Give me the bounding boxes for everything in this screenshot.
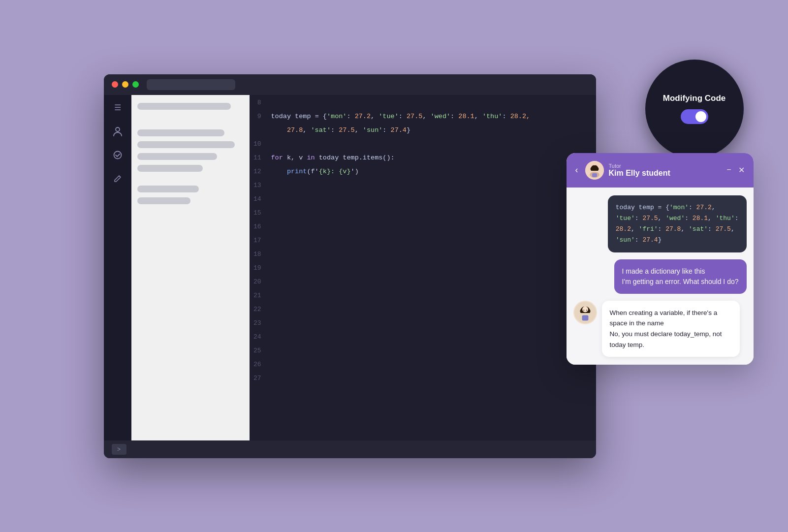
line-content: today temp = {'mon': 27.2, 'tue': 27.5, … [271,113,531,120]
tutor-avatar [573,301,597,324]
code-line-19: 19 [250,264,596,278]
maximize-window-button[interactable] [132,81,139,88]
sidebar-icon-check[interactable] [111,148,125,162]
line-number: 11 [250,154,271,161]
code-line-23: 23 [250,319,596,333]
chat-message-text: I made a dictionary like thisI'm getting… [622,267,739,285]
line-content: 27.8, 'sat': 27.5, 'sun': 27.4} [271,126,411,134]
chat-title-wrap: Tutor Kim Elly student [609,163,722,178]
chat-role: Tutor [609,163,722,169]
file-panel-bar [137,141,235,148]
chat-message-student: I made a dictionary like thisI'm getting… [614,259,747,294]
file-panel-bar [137,103,231,110]
code-line-10: 10 [250,140,596,154]
svg-rect-6 [592,173,597,177]
code-line-24: 24 [250,333,596,347]
svg-point-10 [582,307,588,313]
code-line-12: 12 print(f'{k}: {v}') [250,168,596,182]
code-line-18: 18 [250,250,596,264]
svg-point-1 [114,151,121,158]
svg-point-11 [583,310,584,311]
line-number: 10 [250,140,271,148]
editor-body: ☰ [104,95,596,440]
code-line-20: 20 [250,278,596,292]
chat-name: Kim Elly student [609,169,722,178]
code-line-26: 26 [250,361,596,375]
code-line-11: 11 for k, v in today temp.items(): [250,154,596,168]
file-panel [131,95,250,440]
modifying-code-label: Modifying Code [663,94,725,103]
chat-avatar [585,161,604,180]
line-number: 9 [250,113,271,120]
code-line-21: 21 [250,292,596,306]
chat-window: ‹ Tutor Kim Elly student − ✕ [567,153,754,365]
code-line-8: 8 [250,99,596,113]
chat-header-icons: − ✕ [726,165,744,175]
title-input [147,79,235,90]
line-number: 12 [250,168,271,175]
file-panel-bar [137,197,190,204]
modifying-code-bubble: Modifying Code [645,60,744,158]
code-line-9b: 27.8, 'sat': 27.5, 'sun': 27.4} [250,126,596,140]
chat-close-button[interactable]: ✕ [738,165,745,175]
code-line-16: 16 [250,223,596,237]
file-panel-bar [137,186,199,192]
line-content: for k, v in today temp.items(): [271,154,395,161]
code-line-9: 9 today temp = {'mon': 27.2, 'tue': 27.5… [250,113,596,126]
code-line-14: 14 [250,195,596,209]
svg-point-0 [116,127,120,131]
sidebar-icon-menu[interactable]: ☰ [111,101,125,115]
sidebar-icon-profile[interactable] [111,125,125,138]
tutor-message-text: When creating a variable, if there's a s… [610,309,722,348]
code-line-13: 13 [250,182,596,195]
chat-message-code: today temp = {'mon': 27.2, 'tue': 27.5, … [608,195,747,252]
code-editor[interactable]: 8 9 today temp = {'mon': 27.2, 'tue': 27… [250,95,596,440]
sidebar-icon-edit[interactable] [111,172,125,186]
scene: ☰ [74,45,714,488]
sidebar: ☰ [104,95,131,440]
chat-body: today temp = {'mon': 27.2, 'tue': 27.5, … [567,188,754,365]
chat-minimize-button[interactable]: − [726,165,731,175]
line-number: 8 [250,99,271,106]
title-bar [104,74,596,95]
svg-rect-9 [582,315,588,320]
file-panel-bar [137,129,224,136]
close-window-button[interactable] [112,81,118,88]
line-content: print(f'{k}: {v}') [271,168,359,175]
code-line-25: 25 [250,347,596,361]
bottom-bar: > [104,440,596,458]
terminal-button[interactable]: > [112,444,126,455]
toggle-knob [695,111,706,122]
chat-back-button[interactable]: ‹ [575,165,578,175]
chat-header: ‹ Tutor Kim Elly student − ✕ [567,153,754,188]
code-line-22: 22 [250,306,596,319]
traffic-lights [112,81,139,88]
code-line-15: 15 [250,209,596,223]
file-panel-bar [137,153,217,160]
code-line-17: 17 [250,237,596,250]
file-panel-bar [137,165,203,172]
svg-point-12 [586,310,587,311]
minimize-window-button[interactable] [122,81,128,88]
modifying-code-toggle[interactable] [681,109,708,124]
chat-message-tutor: When creating a variable, if there's a s… [602,301,740,357]
chat-message-tutor-wrap: When creating a variable, if there's a s… [573,301,747,357]
mac-window: ☰ [104,74,596,458]
code-line-27: 27 [250,375,596,388]
